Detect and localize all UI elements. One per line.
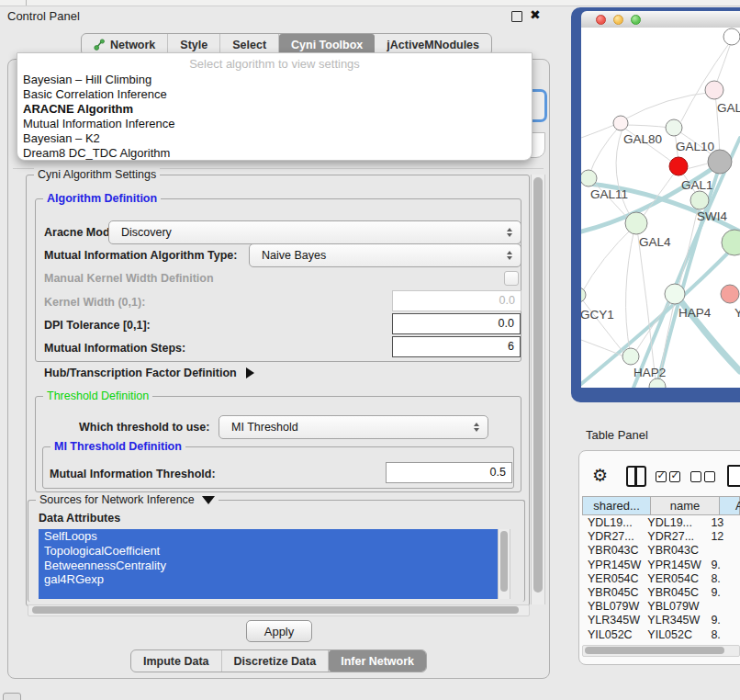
combo-stepper-icon: [501, 228, 518, 237]
network-node-gal4[interactable]: [625, 212, 647, 234]
column-header-2[interactable]: name: [650, 496, 719, 515]
combo-stepper-icon: [468, 423, 485, 432]
network-window-titlebar[interactable]: [581, 11, 740, 28]
table-row[interactable]: YIL052CYIL052C8.: [582, 628, 740, 639]
top-divider-tick: [26, 0, 27, 6]
network-node-gal10[interactable]: [666, 119, 682, 136]
kernel-width-field[interactable]: 0.0: [392, 290, 521, 311]
network-canvas[interactable]: GALGAL80GAL10GAL1GAL11SWI4GAL4HAP4YGCY1H…: [581, 28, 740, 388]
tab-label: Cyni Toolbox: [291, 39, 363, 51]
which-threshold-combo[interactable]: MI Threshold: [219, 415, 488, 439]
gear-icon[interactable]: ⚙: [592, 465, 608, 486]
mi-steps-field[interactable]: 6: [392, 336, 521, 357]
deselect-all-checkboxes-icon[interactable]: [690, 469, 718, 486]
table-row[interactable]: YPR145WYPR145W9.: [582, 559, 740, 572]
attributes-scrollbar-track[interactable]: [498, 529, 510, 599]
data-attribute-item[interactable]: gal4RGexp: [39, 572, 498, 587]
settings-scrollbar-track[interactable]: [531, 175, 545, 604]
settings-hscrollbar-thumb[interactable]: [32, 606, 519, 614]
close-icon[interactable]: ✖: [530, 7, 541, 22]
network-node[interactable]: [723, 28, 740, 45]
network-tab-icon: [94, 39, 106, 51]
mac-zoom-icon[interactable]: [631, 15, 641, 25]
sources-title-row[interactable]: Sources for Network Inference: [36, 493, 219, 506]
algorithm-option[interactable]: ARACNE Algorithm: [23, 102, 526, 117]
table-hscrollbar-thumb[interactable]: [585, 647, 724, 654]
algorithm-option[interactable]: Dream8 DC_TDC Algorithm: [23, 146, 526, 161]
table-cell: YLR345W: [582, 614, 644, 627]
disclosure-right-icon: [246, 367, 254, 378]
mac-close-icon[interactable]: [596, 15, 606, 25]
table-cell: YIL052C: [582, 628, 644, 639]
data-attribute-item[interactable]: TopologicalCoefficient: [39, 544, 498, 559]
hub-definition-disclosure[interactable]: Hub/Transcription Factor Definition: [44, 367, 254, 379]
table-cell: YBL079W: [582, 600, 644, 614]
data-attributes-list[interactable]: SelfLoopsTopologicalCoefficientBetweenne…: [39, 529, 498, 599]
algorithm-popup-list: Bayesian – Hill ClimbingBasic Correlatio…: [23, 73, 526, 161]
algorithm-option[interactable]: Basic Correlation Inference: [23, 87, 526, 102]
algorithm-option[interactable]: Bayesian – K2: [23, 131, 526, 146]
network-node-gal1[interactable]: [669, 157, 688, 175]
network-node-gcy1[interactable]: [581, 288, 586, 302]
table-row[interactable]: YDR27...YDR27...12: [582, 530, 740, 544]
algorithm-option[interactable]: Bayesian – Hill Climbing: [23, 73, 526, 87]
network-node-label: GCY1: [581, 308, 614, 322]
network-edge: [581, 340, 624, 356]
table-cell: YBR045C: [644, 586, 706, 600]
split-columns-icon[interactable]: [626, 466, 646, 487]
table-row[interactable]: YBR045CYBR045C9.: [582, 586, 740, 600]
network-edge: [582, 227, 633, 292]
hub-definition-label: Hub/Transcription Factor Definition: [44, 367, 237, 379]
network-node-gal[interactable]: [705, 81, 723, 99]
network-node-gal11[interactable]: [581, 170, 597, 186]
tab-impute-data[interactable]: Impute Data: [131, 650, 222, 672]
mac-minimize-icon[interactable]: [613, 15, 623, 25]
table-cell: YDR27...: [582, 530, 644, 544]
mi-threshold-field[interactable]: 0.5: [386, 462, 512, 483]
float-window-icon[interactable]: [511, 11, 522, 22]
dock-mini-button[interactable]: [3, 693, 21, 700]
mi-threshold-label: Mutual Information Threshold:: [50, 468, 216, 480]
table-row[interactable]: YLR345WYLR345W9.: [582, 614, 740, 627]
network-node-y[interactable]: [721, 285, 739, 303]
column-header-1[interactable]: shared...: [582, 496, 650, 515]
network-edge: [581, 125, 614, 138]
apply-button[interactable]: Apply: [246, 620, 312, 642]
network-node-gal80[interactable]: [613, 116, 628, 130]
bottom-tabbar: Impute DataDiscretize DataInfer Network: [130, 649, 427, 672]
network-node-swi4[interactable]: [722, 230, 740, 255]
tab-label: Select: [232, 39, 266, 51]
table-hscrollbar-track[interactable]: [582, 645, 740, 657]
tab-infer-network[interactable]: Infer Network: [329, 650, 426, 672]
data-attribute-item[interactable]: SelfLoops: [39, 529, 498, 544]
network-node-hap2[interactable]: [622, 348, 639, 365]
table-row[interactable]: YDL19...YDL19...13: [582, 516, 740, 530]
data-attribute-item[interactable]: BetweennessCentrality: [39, 559, 498, 573]
network-node[interactable]: [649, 378, 666, 388]
table-cell: YIL052C: [644, 628, 706, 639]
algorithm-option[interactable]: Mutual Information Inference: [23, 117, 526, 131]
dpi-tolerance-field[interactable]: 0.0: [392, 313, 521, 334]
select-all-checkboxes-icon[interactable]: [656, 469, 683, 486]
network-node-hap4[interactable]: [665, 284, 685, 304]
table-row[interactable]: YBL079WYBL079W: [582, 600, 740, 614]
network-edge: [626, 229, 634, 351]
settings-hscrollbar-track[interactable]: [28, 604, 530, 616]
column-header-3[interactable]: A: [719, 496, 740, 515]
network-node[interactable]: [690, 191, 709, 209]
network-edge: [624, 92, 714, 119]
network-edge: [715, 40, 732, 86]
attributes-scrollbar-thumb[interactable]: [500, 531, 508, 592]
table-row[interactable]: YER054CYER054C8.: [582, 572, 740, 586]
aracne-mode-combo[interactable]: Discovery: [108, 220, 521, 244]
network-node-label: GAL11: [590, 187, 628, 201]
algorithm-definition-title: Algorithm Definition: [43, 192, 161, 205]
settings-scrollbar-thumb[interactable]: [533, 177, 543, 593]
tab-label: jActiveMNodules: [387, 39, 479, 51]
file-icon[interactable]: [727, 465, 740, 487]
table-cell: YPR145W: [582, 559, 644, 572]
manual-kernel-width-checkbox[interactable]: [504, 271, 519, 286]
mi-algorithm-type-combo[interactable]: Naive Bayes: [249, 243, 521, 267]
tab-discretize-data[interactable]: Discretize Data: [222, 650, 330, 672]
table-row[interactable]: YBR043CYBR043C: [582, 544, 740, 558]
